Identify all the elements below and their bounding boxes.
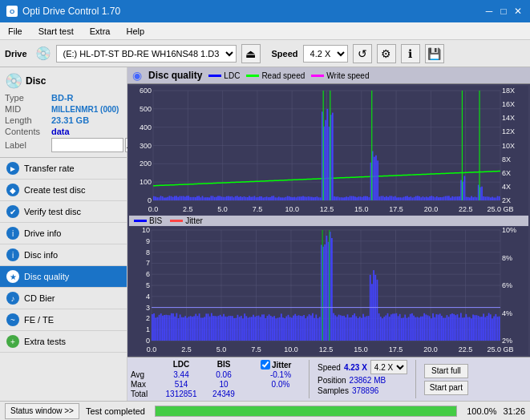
total-ldc: 1312851 [161,390,201,398]
stats-divider2 [415,360,416,398]
speed-stat-select[interactable]: 4.2 X [370,360,407,374]
sidebar-item-verify-test-disc[interactable]: ✔ Verify test disc [0,201,127,223]
bottom-chart [129,227,528,355]
speed-select[interactable]: 4.2 X [303,45,348,63]
disc-icon: 💿 [5,72,22,90]
status-time: 31:26 [503,406,525,416]
status-text: Test completed [86,406,145,416]
top-chart-canvas [129,86,528,215]
drive-info-icon: i [6,227,19,240]
legend-jitter: Jitter [170,216,203,225]
sidebar-item-drive-info[interactable]: i Drive info [0,223,127,244]
right-stats: Speed 4.23 X 4.2 X Position 23862 MB Sam… [318,360,407,398]
sidebar-item-create-test-disc[interactable]: ◆ Create test disc [0,180,127,201]
fe-te-icon: ~ [6,313,19,326]
drive-label: Drive [5,49,27,59]
stats-empty [131,360,155,370]
legend-write-speed: Write speed [311,71,369,80]
contents-label: Contents [5,127,51,136]
app-title: Opti Drive Control 1.70 [22,6,120,17]
bis-label: BIS [149,216,162,225]
legend-bis: BIS [134,216,162,225]
statusbar: Status window >> Test completed 100.0% 3… [0,401,530,420]
menu-file[interactable]: File [3,25,27,38]
progress-bar-container [155,406,457,417]
refresh-button[interactable]: ↺ [353,44,372,63]
top-chart [129,86,528,215]
eject-button[interactable]: ⏏ [241,44,261,63]
label-input[interactable] [51,138,123,152]
menu-extra[interactable]: Extra [85,25,115,38]
maximize-button[interactable]: □ [498,6,509,17]
jitter-checkbox[interactable] [261,360,270,370]
sidebar: 💿 Disc Type BD-R MID MILLENMR1 (000) Len… [0,67,127,401]
max-spacer [246,380,254,389]
drive-info-label: Drive info [24,228,61,238]
info-button[interactable]: ℹ [401,44,420,63]
menu-help[interactable]: Help [121,25,149,38]
disc-title: Disc [26,75,46,87]
avg-ldc: 3.44 [161,370,201,379]
status-window-button[interactable]: Status window >> [5,403,79,419]
transfer-rate-label: Transfer rate [24,164,75,173]
legend-ldc: LDC [208,71,240,80]
max-jitter: 0.0% [261,380,301,389]
fe-te-label: FE / TE [24,315,54,325]
main-layout: 💿 Disc Type BD-R MID MILLENMR1 (000) Len… [0,67,530,401]
sidebar-item-disc-quality[interactable]: ★ Disc quality [0,266,127,288]
write-speed-label: Write speed [326,71,369,80]
bis-header: BIS [208,360,240,370]
position-label: Position [318,376,346,385]
jitter-color [170,220,183,222]
titlebar-controls[interactable]: ─ □ ✕ [483,6,524,17]
create-test-disc-icon: ◆ [6,184,19,196]
sidebar-item-fe-te[interactable]: ~ FE / TE [0,309,127,331]
disc-info-label: Disc info [24,250,58,260]
drive-icon: 💿 [35,46,51,61]
settings-button[interactable]: ⚙ [377,44,396,63]
menubar: File Start test Extra Help [0,22,530,40]
jitter-header: Jitter [272,361,291,370]
start-full-button[interactable]: Start full [424,364,468,378]
sidebar-item-disc-info[interactable]: i Disc info [0,244,127,266]
write-speed-color [311,75,324,77]
stats-area: LDC BIS Jitter Avg 3.44 0.06 -0.1% [127,357,530,401]
chart-title: Disc quality [148,70,202,81]
ldc-color [208,75,221,77]
total-label: Total [131,390,155,398]
sidebar-item-cd-bier[interactable]: ♪ CD Bier [0,288,127,309]
menu-start-test[interactable]: Start test [34,25,79,38]
max-bis: 10 [208,380,240,389]
mid-label: MID [5,104,51,114]
start-part-button[interactable]: Start part [424,381,468,395]
speed-stat-label: Speed [318,363,341,372]
progress-bar [156,406,456,416]
save-button[interactable]: 💾 [425,44,444,63]
transfer-rate-icon: ► [6,162,19,175]
extra-tests-label: Extra tests [24,337,66,346]
max-label: Max [131,380,155,389]
samples-value: 378896 [352,386,378,395]
avg-bis: 0.06 [208,370,240,379]
jitter-label: Jitter [185,216,203,225]
drive-select[interactable]: (E:) HL-DT-ST BD-RE WH16NS48 1.D3 [56,45,237,63]
create-test-disc-label: Create test disc [24,185,85,195]
disc-quality-icon: ★ [6,270,19,283]
sidebar-item-transfer-rate[interactable]: ► Transfer rate [0,158,127,180]
speed-label: Speed [272,49,298,59]
sidebar-item-extra-tests[interactable]: + Extra tests [0,331,127,353]
disc-panel: 💿 Disc Type BD-R MID MILLENMR1 (000) Len… [0,67,127,158]
type-value: BD-R [51,93,74,103]
stats-divider [309,360,310,398]
position-value: 23862 MB [350,376,386,385]
disc-quality-label: Disc quality [24,272,69,281]
read-speed-label: Read speed [261,71,305,80]
speed-stat-value: 4.23 X [344,363,367,372]
minimize-button[interactable]: ─ [483,6,495,17]
jitter-check[interactable]: Jitter [261,360,291,370]
app-icon: O [6,6,18,17]
chart-title-bar: ◉ Disc quality LDC Read speed Write spee… [127,67,530,84]
progress-percent: 100.0% [467,406,496,416]
close-button[interactable]: ✕ [512,6,524,17]
chart-icon: ◉ [132,69,142,82]
